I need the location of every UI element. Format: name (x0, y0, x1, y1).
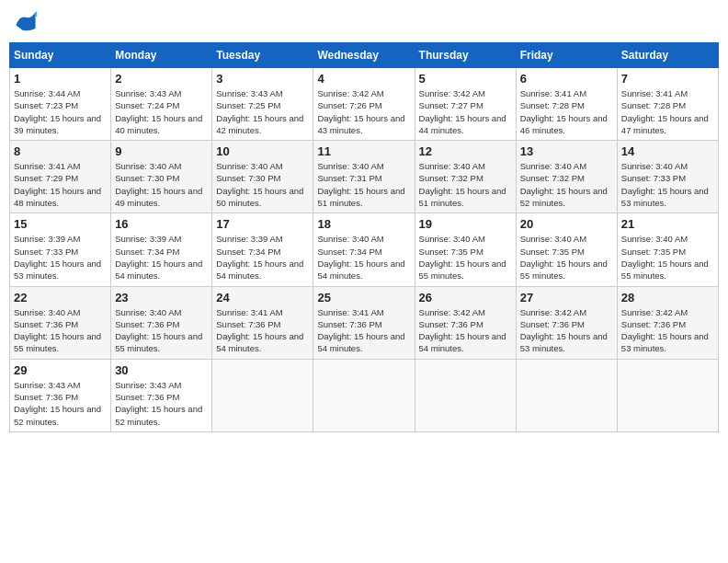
calendar-body: 1 Sunrise: 3:44 AM Sunset: 7:23 PM Dayli… (10, 68, 719, 432)
day-number: 1 (14, 72, 107, 86)
logo-icon (13, 9, 39, 35)
day-number: 28 (621, 291, 714, 304)
day-info: Sunrise: 3:42 AM Sunset: 7:36 PM Dayligh… (520, 306, 613, 355)
day-number: 18 (317, 217, 410, 231)
day-number: 19 (419, 217, 512, 231)
calendar-cell: 20 Sunrise: 3:40 AM Sunset: 7:35 PM Dayl… (516, 213, 617, 286)
calendar-cell (617, 359, 718, 431)
day-number: 14 (621, 144, 714, 158)
day-info: Sunrise: 3:41 AM Sunset: 7:36 PM Dayligh… (317, 306, 410, 355)
weekday-header-tuesday: Tuesday (212, 43, 313, 68)
day-info: Sunrise: 3:41 AM Sunset: 7:29 PM Dayligh… (14, 160, 107, 209)
day-number: 8 (14, 144, 107, 158)
day-number: 24 (216, 291, 309, 304)
page-header (9, 9, 719, 35)
day-info: Sunrise: 3:43 AM Sunset: 7:25 PM Dayligh… (216, 87, 309, 136)
day-info: Sunrise: 3:40 AM Sunset: 7:31 PM Dayligh… (317, 160, 410, 209)
calendar-cell: 1 Sunrise: 3:44 AM Sunset: 7:23 PM Dayli… (10, 68, 111, 141)
calendar-header: SundayMondayTuesdayWednesdayThursdayFrid… (10, 43, 719, 68)
day-info: Sunrise: 3:44 AM Sunset: 7:23 PM Dayligh… (14, 87, 107, 136)
calendar-cell: 12 Sunrise: 3:40 AM Sunset: 7:32 PM Dayl… (415, 141, 516, 213)
calendar-week-5: 29 Sunrise: 3:43 AM Sunset: 7:36 PM Dayl… (10, 359, 719, 431)
day-info: Sunrise: 3:40 AM Sunset: 7:32 PM Dayligh… (520, 160, 613, 209)
day-info: Sunrise: 3:41 AM Sunset: 7:28 PM Dayligh… (621, 87, 714, 136)
calendar-cell: 26 Sunrise: 3:42 AM Sunset: 7:36 PM Dayl… (415, 286, 516, 359)
calendar-table: SundayMondayTuesdayWednesdayThursdayFrid… (9, 42, 719, 432)
weekday-header-monday: Monday (111, 43, 212, 68)
day-info: Sunrise: 3:41 AM Sunset: 7:28 PM Dayligh… (520, 87, 613, 136)
day-info: Sunrise: 3:42 AM Sunset: 7:36 PM Dayligh… (419, 306, 512, 355)
day-info: Sunrise: 3:39 AM Sunset: 7:34 PM Dayligh… (216, 233, 309, 282)
weekday-header-friday: Friday (516, 43, 617, 68)
calendar-cell: 6 Sunrise: 3:41 AM Sunset: 7:28 PM Dayli… (516, 68, 617, 141)
day-number: 5 (419, 72, 512, 86)
weekday-row: SundayMondayTuesdayWednesdayThursdayFrid… (10, 43, 719, 68)
weekday-header-saturday: Saturday (617, 43, 718, 68)
calendar-cell: 14 Sunrise: 3:40 AM Sunset: 7:33 PM Dayl… (617, 141, 718, 213)
calendar-cell: 18 Sunrise: 3:40 AM Sunset: 7:34 PM Dayl… (313, 213, 415, 286)
calendar-cell: 24 Sunrise: 3:41 AM Sunset: 7:36 PM Dayl… (212, 286, 313, 359)
calendar-cell: 23 Sunrise: 3:40 AM Sunset: 7:36 PM Dayl… (111, 286, 212, 359)
day-number: 25 (317, 291, 410, 304)
calendar-cell: 5 Sunrise: 3:42 AM Sunset: 7:27 PM Dayli… (415, 68, 516, 141)
day-info: Sunrise: 3:40 AM Sunset: 7:30 PM Dayligh… (216, 160, 309, 209)
calendar-cell: 21 Sunrise: 3:40 AM Sunset: 7:35 PM Dayl… (617, 213, 718, 286)
day-number: 13 (520, 144, 613, 158)
day-info: Sunrise: 3:40 AM Sunset: 7:35 PM Dayligh… (419, 233, 512, 282)
day-number: 22 (14, 291, 107, 304)
calendar-week-4: 22 Sunrise: 3:40 AM Sunset: 7:36 PM Dayl… (10, 286, 719, 359)
day-info: Sunrise: 3:41 AM Sunset: 7:36 PM Dayligh… (216, 306, 309, 355)
day-info: Sunrise: 3:42 AM Sunset: 7:36 PM Dayligh… (621, 306, 714, 355)
calendar-cell: 22 Sunrise: 3:40 AM Sunset: 7:36 PM Dayl… (10, 286, 111, 359)
calendar-week-3: 15 Sunrise: 3:39 AM Sunset: 7:33 PM Dayl… (10, 213, 719, 286)
day-number: 27 (520, 291, 613, 304)
calendar-cell: 13 Sunrise: 3:40 AM Sunset: 7:32 PM Dayl… (516, 141, 617, 213)
calendar-cell: 25 Sunrise: 3:41 AM Sunset: 7:36 PM Dayl… (313, 286, 415, 359)
calendar-cell (415, 359, 516, 431)
day-info: Sunrise: 3:40 AM Sunset: 7:35 PM Dayligh… (520, 233, 613, 282)
day-number: 7 (621, 72, 714, 86)
day-info: Sunrise: 3:42 AM Sunset: 7:27 PM Dayligh… (419, 87, 512, 136)
day-number: 3 (216, 72, 309, 86)
calendar-cell: 29 Sunrise: 3:43 AM Sunset: 7:36 PM Dayl… (10, 359, 111, 431)
day-number: 4 (317, 72, 410, 86)
calendar-cell: 3 Sunrise: 3:43 AM Sunset: 7:25 PM Dayli… (212, 68, 313, 141)
calendar-week-1: 1 Sunrise: 3:44 AM Sunset: 7:23 PM Dayli… (10, 68, 719, 141)
calendar-cell: 16 Sunrise: 3:39 AM Sunset: 7:34 PM Dayl… (111, 213, 212, 286)
calendar-week-2: 8 Sunrise: 3:41 AM Sunset: 7:29 PM Dayli… (10, 141, 719, 213)
weekday-header-wednesday: Wednesday (313, 43, 415, 68)
day-number: 20 (520, 217, 613, 231)
day-number: 9 (115, 144, 208, 158)
day-number: 6 (520, 72, 613, 86)
calendar-cell: 9 Sunrise: 3:40 AM Sunset: 7:30 PM Dayli… (111, 141, 212, 213)
weekday-header-sunday: Sunday (10, 43, 111, 68)
day-info: Sunrise: 3:40 AM Sunset: 7:34 PM Dayligh… (317, 233, 410, 282)
day-info: Sunrise: 3:43 AM Sunset: 7:36 PM Dayligh… (115, 379, 208, 428)
calendar-cell: 8 Sunrise: 3:41 AM Sunset: 7:29 PM Dayli… (10, 141, 111, 213)
day-info: Sunrise: 3:40 AM Sunset: 7:35 PM Dayligh… (621, 233, 714, 282)
day-info: Sunrise: 3:40 AM Sunset: 7:36 PM Dayligh… (115, 306, 208, 355)
day-number: 12 (419, 144, 512, 158)
calendar-cell: 17 Sunrise: 3:39 AM Sunset: 7:34 PM Dayl… (212, 213, 313, 286)
calendar-cell: 7 Sunrise: 3:41 AM Sunset: 7:28 PM Dayli… (617, 68, 718, 141)
calendar-cell: 11 Sunrise: 3:40 AM Sunset: 7:31 PM Dayl… (313, 141, 415, 213)
day-info: Sunrise: 3:40 AM Sunset: 7:32 PM Dayligh… (419, 160, 512, 209)
day-info: Sunrise: 3:40 AM Sunset: 7:30 PM Dayligh… (115, 160, 208, 209)
calendar-cell (313, 359, 415, 431)
day-info: Sunrise: 3:43 AM Sunset: 7:24 PM Dayligh… (115, 87, 208, 136)
day-number: 16 (115, 217, 208, 231)
calendar-cell: 19 Sunrise: 3:40 AM Sunset: 7:35 PM Dayl… (415, 213, 516, 286)
day-number: 29 (14, 363, 107, 377)
calendar-cell: 27 Sunrise: 3:42 AM Sunset: 7:36 PM Dayl… (516, 286, 617, 359)
calendar-cell (516, 359, 617, 431)
day-number: 26 (419, 291, 512, 304)
day-number: 11 (317, 144, 410, 158)
day-info: Sunrise: 3:43 AM Sunset: 7:36 PM Dayligh… (14, 379, 107, 428)
calendar-cell: 30 Sunrise: 3:43 AM Sunset: 7:36 PM Dayl… (111, 359, 212, 431)
calendar-cell: 15 Sunrise: 3:39 AM Sunset: 7:33 PM Dayl… (10, 213, 111, 286)
calendar-cell: 4 Sunrise: 3:42 AM Sunset: 7:26 PM Dayli… (313, 68, 415, 141)
logo (13, 9, 42, 35)
day-number: 30 (115, 363, 208, 377)
calendar-cell: 10 Sunrise: 3:40 AM Sunset: 7:30 PM Dayl… (212, 141, 313, 213)
day-info: Sunrise: 3:39 AM Sunset: 7:33 PM Dayligh… (14, 233, 107, 282)
